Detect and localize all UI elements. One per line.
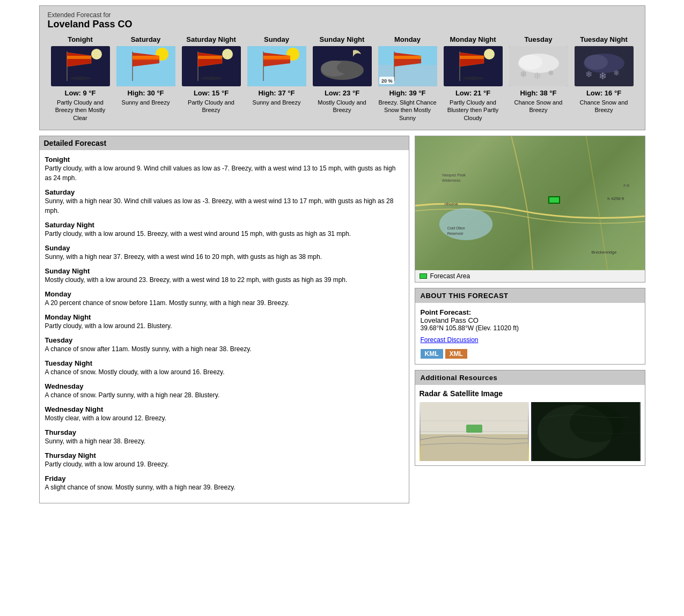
detailed-forecast-period: Wednesday Night Mostly clear, with a low… <box>45 405 403 423</box>
detailed-forecast-title: Detailed Forecast <box>40 136 409 150</box>
detailed-forecast-period: Friday A slight chance of snow. Mostly s… <box>45 474 403 492</box>
right-column: rthorne Cold Olton Reservoir Breckenridg… <box>415 136 645 466</box>
detailed-period-name: Friday <box>45 474 403 483</box>
svg-text:Wilderness: Wilderness <box>442 178 460 182</box>
period-icon <box>313 46 372 86</box>
svg-rect-70 <box>466 425 482 433</box>
period-temp: High: 37 °F <box>245 89 308 97</box>
period-temp: High: 30 °F <box>114 89 178 97</box>
period-icon <box>51 46 110 86</box>
detailed-period-text: A chance of snow. Partly sunny, with a h… <box>45 390 403 400</box>
detailed-forecast-period: Saturday Night Partly cloudy, with a low… <box>45 221 403 239</box>
detailed-forecast-period: Sunday Night Mostly cloudy, with a low a… <box>45 267 403 285</box>
svg-text:Cold Olton: Cold Olton <box>447 226 465 230</box>
forecast-periods-row: Tonight Low: 9 °F Partly Cloudy and Bree… <box>48 35 637 122</box>
detailed-forecast-period: Tuesday Night A chance of snow. Mostly c… <box>45 359 403 377</box>
detailed-period-name: Thursday Night <box>45 451 403 459</box>
format-buttons: KML XML <box>421 349 639 359</box>
detailed-period-name: Sunday <box>45 244 403 252</box>
detailed-forecast-period: Monday Night Partly cloudy, with a low a… <box>45 313 403 331</box>
svg-text:F·R: F·R <box>623 183 629 187</box>
period-icon: 20 % <box>378 46 437 86</box>
period-desc: Partly Cloudy and Blustery then Partly C… <box>442 99 505 122</box>
point-forecast-label: Point Forecast: <box>421 308 639 316</box>
radar-image-right <box>531 402 641 461</box>
left-column: Detailed Forecast Tonight Partly cloudy,… <box>39 136 409 503</box>
period-temp: Low: 23 °F <box>311 89 374 97</box>
svg-point-74 <box>570 405 623 442</box>
detailed-period-text: Sunny, with a high near 37. Breezy, with… <box>45 252 403 262</box>
period-temp: High: 39 °F <box>376 89 439 97</box>
detailed-period-text: Partly cloudy, with a low around 21. Blu… <box>45 321 403 331</box>
detailed-period-name: Tuesday <box>45 336 403 344</box>
forecast-discussion-link[interactable]: Forecast Discussion <box>421 336 639 344</box>
forecast-period-cell: Saturday High: 30 °F Sunny and Breezy <box>113 35 179 122</box>
period-desc: Mostly Cloudy and Breezy <box>311 99 374 114</box>
detailed-period-name: Monday Night <box>45 313 403 321</box>
svg-point-19 <box>201 77 222 80</box>
detailed-forecast-period: Wednesday A chance of snow. Partly sunny… <box>45 382 403 400</box>
svg-text:❄: ❄ <box>533 71 541 81</box>
forecast-period-cell: Saturday Night Low: 15 °F Partly Cloudy … <box>179 35 244 122</box>
main-container: Extended Forecast for Loveland Pass CO T… <box>39 5 645 503</box>
point-forecast-location: Loveland Pass CO <box>421 316 639 324</box>
svg-rect-5 <box>67 56 91 59</box>
detailed-period-name: Monday <box>45 290 403 298</box>
detailed-period-text: Sunny, with a high near 38. Breezy. <box>45 436 403 446</box>
detailed-period-name: Wednesday <box>45 382 403 390</box>
svg-point-52 <box>584 55 608 70</box>
forecast-period-cell: Sunday High: 37 °F Sunny and Breezy <box>244 35 310 122</box>
period-desc: Breezy. Slight Chance Snow then Mostly S… <box>376 99 439 122</box>
xml-button[interactable]: XML <box>445 349 467 359</box>
detailed-forecast-period: Thursday Night Partly cloudy, with a low… <box>45 451 403 469</box>
detailed-period-text: A slight chance of snow. Mostly sunny, w… <box>45 483 403 492</box>
radar-image-left <box>420 402 529 461</box>
svg-text:❄: ❄ <box>613 69 620 77</box>
forecast-period-cell: Tuesday Night ❄ ❄ ❄ Low: 16 °F Chance Sn… <box>571 35 637 122</box>
svg-text:Breckenridge: Breckenridge <box>591 250 616 255</box>
map-container: rthorne Cold Olton Reservoir Breckenridg… <box>415 136 645 283</box>
forecast-period-cell: Tonight Low: 9 °F Partly Cloudy and Bree… <box>48 35 113 122</box>
detailed-forecast-period: Saturday Sunny, with a high near 30. Win… <box>45 188 403 216</box>
forecast-period-cell: Sunday Night Low: 23 °F Mostly Cloudy an… <box>310 35 375 122</box>
svg-point-6 <box>70 77 91 80</box>
detailed-forecast-period: Tuesday A chance of snow after 11am. Mos… <box>45 336 403 354</box>
period-desc: Chance Snow and Breezy <box>572 99 636 114</box>
radar-title: Radar & Satellite Image <box>420 389 641 398</box>
svg-text:❄: ❄ <box>599 71 607 81</box>
kml-button[interactable]: KML <box>421 349 443 359</box>
svg-text:Vasquez Peak: Vasquez Peak <box>442 173 466 177</box>
period-icon <box>247 46 306 86</box>
svg-rect-34 <box>394 56 421 59</box>
detailed-forecast-period: Tonight Partly cloudy, with a low around… <box>45 155 403 183</box>
period-desc: Partly Cloudy and Breezy <box>180 99 243 114</box>
svg-text:h 4258 ft: h 4258 ft <box>607 196 624 201</box>
detailed-period-name: Saturday Night <box>45 221 403 229</box>
detailed-period-text: Sunny, with a high near 30. Wind chill v… <box>45 196 403 216</box>
about-forecast-section: ABOUT THIS FORECAST Point Forecast: Love… <box>415 288 645 365</box>
forecast-period-cell: Monday 20 % High: 39 °F Breezy. Slight C… <box>375 35 440 122</box>
forecast-period-cell: Tuesday ❄ ❄ ❄ High: 38 °F Chance Snow an… <box>506 35 571 122</box>
detailed-forecast-section: Detailed Forecast Tonight Partly cloudy,… <box>39 136 409 503</box>
detailed-period-text: Mostly clear, with a low around 12. Bree… <box>45 413 403 423</box>
period-desc: Sunny and Breezy <box>114 99 178 106</box>
detailed-forecast-period: Thursday Sunny, with a high near 38. Bre… <box>45 428 403 446</box>
additional-resources-section: Additional Resources Radar & Satellite I… <box>415 370 645 466</box>
two-column-layout: Detailed Forecast Tonight Partly cloudy,… <box>39 136 645 503</box>
period-temp: Low: 15 °F <box>180 89 243 97</box>
detailed-period-text: Mostly cloudy, with a low around 23. Bre… <box>45 275 403 285</box>
period-name: Saturday Night <box>180 35 243 43</box>
period-name: Saturday <box>114 35 178 43</box>
forecast-marker <box>548 196 560 204</box>
period-temp: Low: 16 °F <box>572 89 636 97</box>
period-name: Sunday Night <box>311 35 374 43</box>
svg-point-43 <box>462 77 484 80</box>
svg-text:Reservoir: Reservoir <box>447 232 463 235</box>
detailed-forecast-period: Sunday Sunny, with a high near 37. Breez… <box>45 244 403 262</box>
detailed-period-text: Partly cloudy, with a low around 19. Bre… <box>45 459 403 469</box>
about-content: Point Forecast: Loveland Pass CO 39.68°N… <box>415 303 645 364</box>
svg-rect-42 <box>460 56 484 59</box>
detailed-period-text: A chance of snow. Mostly cloudy, with a … <box>45 367 403 377</box>
svg-text:❄: ❄ <box>585 70 592 79</box>
detailed-period-name: Wednesday Night <box>45 405 403 413</box>
